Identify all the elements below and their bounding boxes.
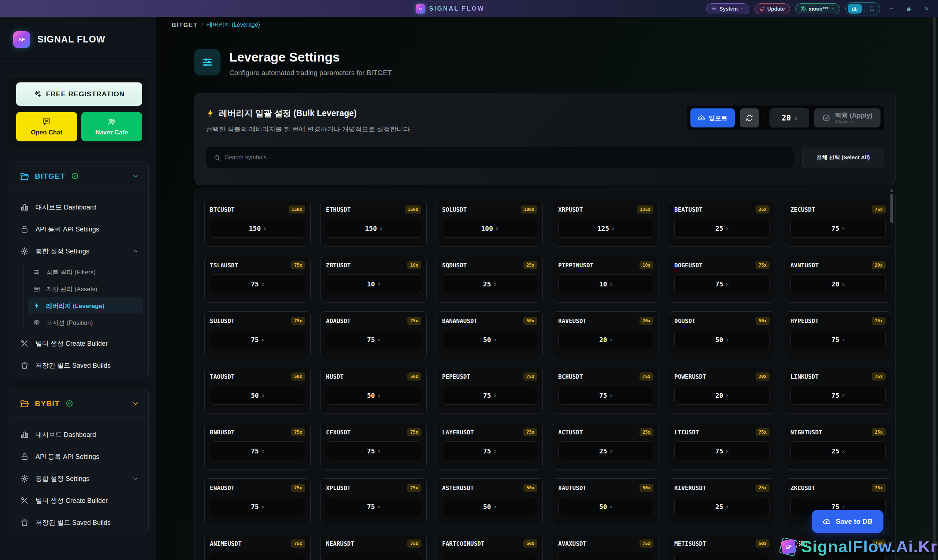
- bulk-leverage-input[interactable]: 20 x: [769, 108, 809, 128]
- screenshot-button[interactable]: [848, 4, 862, 14]
- leverage-value-input[interactable]: 75x: [790, 330, 886, 349]
- symbol-card-CFXUSDT[interactable]: CFXUSDT75x75x: [320, 423, 427, 469]
- symbol-card-RAVEUSDT[interactable]: RAVEUSDT20x20x: [553, 311, 659, 358]
- symbol-card-BTCUSDT[interactable]: BTCUSDT150x150x: [205, 200, 311, 247]
- symbol-card-PEPEUSDT[interactable]: PEPEUSDT75x75x: [437, 367, 543, 414]
- leverage-value-input[interactable]: 25x: [790, 442, 886, 460]
- symbol-card-PIPPINUSDT[interactable]: PIPPINUSDT10x10x: [553, 255, 659, 303]
- section-header-bitget[interactable]: BITGET: [10, 162, 148, 191]
- leverage-value-input[interactable]: 10x: [558, 274, 654, 293]
- maximize-button[interactable]: [903, 3, 915, 14]
- leverage-value-input[interactable]: 50x: [442, 553, 537, 560]
- sidebar-item-bitget-position[interactable]: 포지션 (Position): [28, 314, 143, 331]
- symbol-card-SQDUSDT[interactable]: SQDUSDT25x25x: [437, 255, 543, 303]
- leverage-value-input[interactable]: 10x: [326, 274, 421, 293]
- sidebar-item-bitget-api-settings[interactable]: API 등록 API Settings: [15, 218, 143, 240]
- sidebar-item-bitget-filters[interactable]: 심볼 필터 (Filters): [28, 264, 143, 280]
- sidebar-item-bitget-dashboard[interactable]: 대시보드 Dashboard: [15, 196, 143, 218]
- symbol-card-DOGEUSDT[interactable]: DOGEUSDT75x75x: [669, 255, 775, 303]
- update-button[interactable]: Update: [755, 3, 790, 14]
- naver-cafe-button[interactable]: Naver Cafe: [81, 112, 143, 142]
- symbol-card-XRPUSDT[interactable]: XRPUSDT125x125x: [553, 200, 659, 247]
- close-button[interactable]: [920, 3, 933, 14]
- grid-scroll-up-arrow[interactable]: [890, 189, 893, 192]
- leverage-value-input[interactable]: 50x: [326, 386, 421, 405]
- system-menu-button[interactable]: System: [706, 3, 749, 14]
- sidebar-item-bybit-create-builder[interactable]: 빌더 생성 Create Builder: [15, 490, 143, 512]
- open-chat-button[interactable]: Open Chat: [16, 112, 77, 142]
- leverage-value-input[interactable]: 20x: [790, 274, 886, 293]
- symbol-card-TAOUSDT[interactable]: TAOUSDT50x50x: [205, 367, 311, 414]
- symbol-card-RIVERUSDT[interactable]: RIVERUSDT25x25x: [669, 478, 775, 525]
- leverage-value-input[interactable]: 20x: [558, 330, 654, 349]
- leverage-value-input[interactable]: 75x: [210, 553, 305, 560]
- symbol-card-METISUSDT[interactable]: METISUSDT50x50x: [669, 534, 775, 560]
- leverage-value-input[interactable]: 25x: [674, 218, 769, 238]
- symbol-card-LTCUSDT[interactable]: LTCUSDT75x75x: [669, 423, 775, 469]
- leverage-value-input[interactable]: 75x: [790, 218, 886, 238]
- symbol-card-FARTCOINUSDT[interactable]: FARTCOINUSDT50x50x: [437, 534, 543, 560]
- symbol-card-LINKUSDT[interactable]: LINKUSDT75x75x: [785, 367, 891, 414]
- symbol-card-ASTERUSDT[interactable]: ASTERUSDT50x50x: [437, 478, 543, 525]
- refresh-button[interactable]: [740, 108, 759, 128]
- symbol-card-ENAUSDT[interactable]: ENAUSDT75x75x: [205, 478, 311, 525]
- window-scrollbar[interactable]: [933, 17, 936, 560]
- symbol-card-NIGHTUSDT[interactable]: NIGHTUSDT25x25x: [785, 423, 891, 469]
- symbol-card-BANANAUSDT[interactable]: BANANAUSDT50x50x: [437, 311, 543, 358]
- sidebar-item-bitget-saved-builds[interactable]: 저장된 빌드 Saved Builds: [15, 355, 143, 377]
- symbol-card-NEARUSDT[interactable]: NEARUSDT75x75x: [320, 534, 427, 560]
- leverage-value-input[interactable]: 50x: [210, 386, 305, 405]
- symbol-card-HUSDT[interactable]: HUSDT50x50x: [320, 367, 427, 414]
- leverage-value-input[interactable]: 25x: [674, 497, 769, 516]
- free-registration-button[interactable]: FREE REGISTRATION: [16, 82, 142, 106]
- sidebar-item-bybit-api-settings[interactable]: API 등록 API Settings: [15, 446, 143, 468]
- leverage-value-input[interactable]: 75x: [210, 274, 305, 293]
- save-to-db-button[interactable]: Save to DB: [812, 510, 883, 533]
- leverage-value-input[interactable]: 75x: [558, 386, 654, 405]
- symbol-card-BCHUSDT[interactable]: BCHUSDT75x75x: [553, 367, 659, 414]
- symbol-card-ACTUSDT[interactable]: ACTUSDT25x25x: [553, 423, 659, 469]
- symbol-card-ZECUSDT[interactable]: ZECUSDT75x75x: [785, 200, 891, 247]
- symbol-card-SUIUSDT[interactable]: SUIUSDT75x75x: [205, 311, 311, 358]
- symbol-card-0GUSDT[interactable]: 0GUSDT50x50x: [669, 311, 775, 358]
- symbol-card-LAYERUSDT[interactable]: LAYERUSDT75x75x: [437, 423, 543, 469]
- leverage-value-input[interactable]: 100x: [442, 218, 537, 238]
- leverage-value-input[interactable]: 75x: [326, 553, 421, 560]
- apply-button[interactable]: 적용 (Apply) 0 Symbols: [814, 108, 881, 128]
- leverage-value-input[interactable]: 50x: [674, 553, 769, 560]
- symbol-card-AVNTUSDT[interactable]: AVNTUSDT20x20x: [785, 255, 891, 303]
- sidebar-item-bybit-saved-builds[interactable]: 저장된 빌드 Saved Builds: [15, 512, 143, 534]
- symbol-card-SOLUSDT[interactable]: SOLUSDT100x100x: [437, 200, 543, 247]
- symbol-card-XAUTUSDT[interactable]: XAUTUSDT50x50x: [553, 478, 659, 525]
- sidebar-item-bitget-assets[interactable]: 자산 관리 (Assets): [28, 280, 143, 297]
- leverage-value-input[interactable]: 75x: [210, 330, 305, 349]
- breadcrumb-root[interactable]: BITGET: [172, 22, 198, 29]
- leverage-value-input[interactable]: 20x: [674, 386, 769, 405]
- search-input[interactable]: [225, 154, 786, 161]
- symbol-card-ANIMEUSDT[interactable]: ANIMEUSDT75x75x: [205, 534, 311, 560]
- leverage-value-input[interactable]: 75x: [790, 386, 886, 405]
- leverage-value-input[interactable]: 75x: [210, 442, 305, 460]
- leverage-value-input[interactable]: 25x: [442, 274, 537, 293]
- sidebar-item-bitget-settings[interactable]: 통합 설정 Settings: [15, 240, 143, 262]
- grid-scrollbar-thumb[interactable]: [890, 194, 893, 223]
- leverage-value-input[interactable]: 150x: [210, 218, 305, 238]
- leverage-value-input[interactable]: 75x: [442, 442, 537, 460]
- leverage-value-input[interactable]: 50x: [442, 330, 537, 349]
- leverage-value-input[interactable]: 75x: [326, 330, 421, 349]
- leverage-value-input[interactable]: 75x: [326, 442, 421, 460]
- symbol-card-BNBUSDT[interactable]: BNBUSDT75x75x: [205, 423, 311, 469]
- user-menu-button[interactable]: moon***: [795, 3, 840, 14]
- leverage-value-input[interactable]: 50x: [674, 330, 769, 349]
- symbol-card-AVAXUSDT[interactable]: AVAXUSDT75x75x: [553, 534, 659, 560]
- symbol-card-XPLUSDT[interactable]: XPLUSDT75x75x: [320, 478, 427, 525]
- leverage-value-input[interactable]: 75x: [558, 553, 654, 560]
- symbol-card-POWERUSDT[interactable]: POWERUSDT20x20x: [669, 367, 775, 414]
- leverage-value-input[interactable]: 75x: [674, 274, 769, 293]
- symbol-card-ZBTUSDT[interactable]: ZBTUSDT10x10x: [320, 255, 427, 303]
- symbol-card-ADAUSDT[interactable]: ADAUSDT75x75x: [320, 311, 427, 358]
- leverage-value-input[interactable]: 75x: [674, 442, 769, 460]
- symbol-card-HYPEUSDT[interactable]: HYPEUSDT75x75x: [785, 311, 891, 358]
- select-all-button[interactable]: 전체 선택 (Select All): [802, 147, 884, 168]
- symbol-card-ETHUSDT[interactable]: ETHUSDT150x150x: [320, 200, 427, 247]
